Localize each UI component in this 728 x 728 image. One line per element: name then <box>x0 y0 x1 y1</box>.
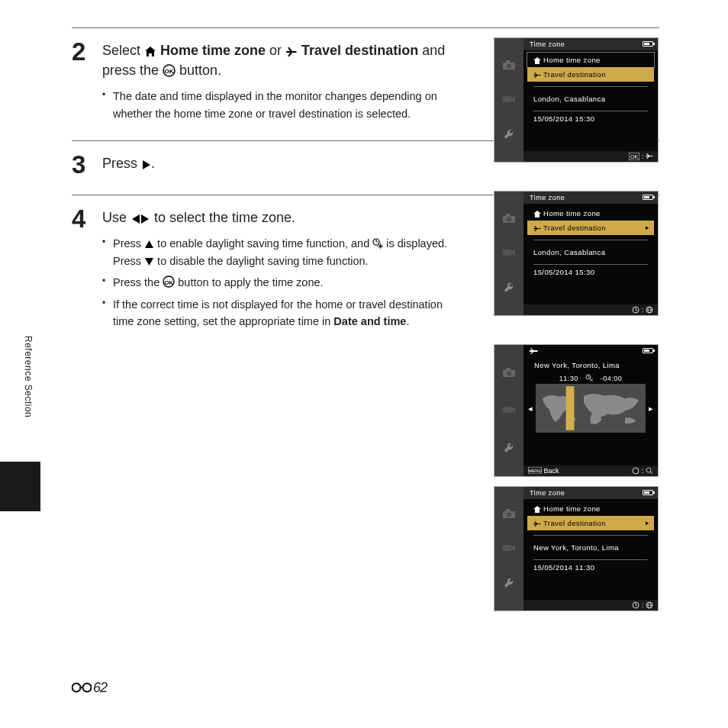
left-chevron-icon[interactable]: ◂ <box>528 404 533 414</box>
home-time-zone-row[interactable]: Home time zone <box>527 53 654 67</box>
svg-point-32 <box>507 512 511 517</box>
plane-icon <box>530 347 539 355</box>
menu-icon: MENU <box>528 467 542 474</box>
clock-icon <box>632 306 639 314</box>
text: . <box>406 315 409 327</box>
home-icon <box>533 211 541 217</box>
svg-rect-6 <box>506 60 511 63</box>
map-city-text: New York, Toronto, Lima <box>523 358 658 372</box>
svg-rect-8 <box>503 96 511 102</box>
daylight-saving-icon <box>372 238 383 249</box>
text: Press <box>113 237 144 250</box>
panel-footer: MENU Back : <box>523 465 658 476</box>
text: to disable the daylight saving time func… <box>154 255 369 267</box>
daylight-saving-icon <box>585 374 594 382</box>
svg-rect-12 <box>506 214 511 217</box>
svg-text:OK: OK <box>165 279 174 286</box>
down-arrow-icon <box>144 257 154 266</box>
back-label[interactable]: Back <box>544 467 559 475</box>
reference-section-icon <box>72 681 92 694</box>
home-time-zone-row[interactable]: Home time zone <box>527 501 654 516</box>
panel-title: Time zone <box>530 194 565 201</box>
row-label: Home time zone <box>543 504 601 513</box>
plane-icon <box>646 153 653 159</box>
battery-icon <box>643 195 653 200</box>
wrench-icon <box>503 282 515 294</box>
location-text: London, Casablanca <box>527 240 654 259</box>
map-time: 11:30 <box>559 375 578 382</box>
step-number: 2 <box>72 39 93 64</box>
home-icon <box>144 46 156 57</box>
camera-icon <box>502 367 516 378</box>
svg-rect-31 <box>506 509 511 512</box>
plane-icon <box>533 520 541 527</box>
bullet: Press to enable daylight saving time fun… <box>102 235 461 269</box>
map-offset: -04:00 <box>601 375 623 382</box>
step-heading: Select Home time zone or Travel destinat… <box>102 40 469 80</box>
row-label: Travel destination <box>543 70 606 79</box>
battery-icon <box>643 348 653 353</box>
globe-icon <box>646 601 653 609</box>
svg-text:OK: OK <box>165 68 174 75</box>
video-icon <box>502 404 516 415</box>
panel-title: Time zone <box>530 489 565 497</box>
location-text: New York, Toronto, Lima <box>527 536 654 555</box>
home-time-zone-row[interactable]: Home time zone <box>527 206 654 221</box>
svg-point-13 <box>507 217 511 221</box>
datetime-text: 15/05/2014 15:30 <box>527 265 654 279</box>
text: or <box>266 43 285 58</box>
svg-point-28 <box>633 468 639 474</box>
travel-destination-row[interactable]: Travel destination <box>527 221 654 235</box>
panel-title: Time zone <box>530 40 565 48</box>
video-icon <box>502 247 516 258</box>
text: Date and time <box>333 315 406 327</box>
svg-rect-14 <box>503 250 511 256</box>
page-number: 62 <box>72 680 107 696</box>
svg-rect-22 <box>503 407 511 413</box>
section-tab-block <box>0 462 40 511</box>
travel-destination-row[interactable]: Travel destination <box>527 67 654 82</box>
text: Select <box>102 43 144 58</box>
wrench-icon <box>503 442 515 454</box>
right-chevron-icon[interactable]: ▸ <box>649 404 653 414</box>
clock-icon <box>632 601 639 609</box>
camera-screenshot-1: Time zone Home time zone Travel destinat… <box>494 37 659 163</box>
plane-icon <box>533 225 541 232</box>
plane-icon <box>533 72 541 79</box>
step-number: 4 <box>72 206 93 231</box>
svg-rect-20 <box>506 368 511 371</box>
left-right-arrow-icon <box>130 213 150 224</box>
wrench-icon <box>503 577 515 589</box>
battery-icon <box>643 490 653 495</box>
camera-icon <box>502 213 516 224</box>
row-label: Travel destination <box>543 519 606 527</box>
daylight-saving-icon <box>646 467 653 475</box>
text: button. <box>176 63 221 78</box>
clock-icon <box>632 467 639 475</box>
bullet: Press the OK button to apply the time zo… <box>102 274 461 291</box>
camera-screenshot-4: Time zone Home time zone Travel destinat… <box>494 486 659 611</box>
text: Home time zone <box>156 43 266 58</box>
map-time-line: 11:30 -04:00 <box>523 372 658 384</box>
text: to select the time zone. <box>150 210 295 225</box>
svg-text:MENU: MENU <box>528 469 542 473</box>
camera-screenshot-2: Time zone Home time zone Travel destinat… <box>494 191 659 316</box>
ok-button-icon: OK <box>163 64 176 77</box>
travel-destination-row[interactable]: Travel destination <box>527 516 654 530</box>
camera-screenshot-map: New York, Toronto, Lima 11:30 -04:00 ◂ <box>494 344 659 477</box>
bullet: The date and time displayed in the monit… <box>102 88 453 122</box>
svg-point-38 <box>72 684 81 692</box>
camera-icon <box>502 508 516 519</box>
bullet: If the correct time is not displayed for… <box>102 296 461 330</box>
world-map <box>536 384 646 433</box>
row-label: Travel destination <box>543 224 606 232</box>
svg-rect-25 <box>566 386 575 430</box>
text: Travel destination <box>298 43 418 58</box>
text: Press <box>102 156 141 171</box>
wrench-icon <box>503 128 515 140</box>
svg-point-7 <box>507 63 511 68</box>
ok-button-icon: OK <box>629 153 639 160</box>
video-icon <box>502 543 516 553</box>
text: Use <box>102 210 130 225</box>
svg-point-39 <box>83 684 92 692</box>
